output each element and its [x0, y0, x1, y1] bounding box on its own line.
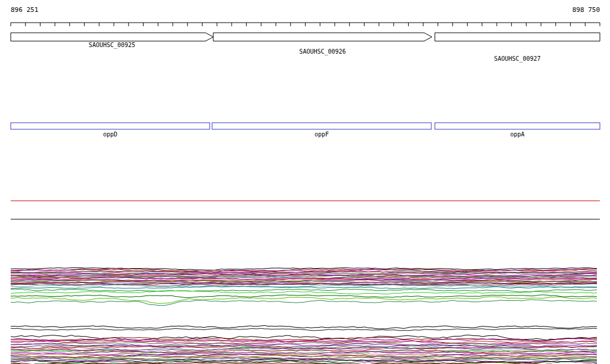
signal-series [11, 337, 597, 341]
genome-browser-view: 896 251 898 750 SAOUHSC_00925SAOUHSC_009… [0, 0, 610, 364]
annotation-box[interactable] [11, 123, 210, 129]
annotation-box[interactable] [435, 123, 600, 129]
gene-arrow[interactable] [213, 33, 432, 41]
signal-series [11, 328, 597, 331]
gene-arrow[interactable] [435, 33, 600, 41]
gene-label: SAOUHSC_00927 [494, 55, 540, 62]
gene-label: SAOUHSC_00926 [299, 48, 346, 55]
signal-series [11, 291, 597, 294]
annotation-box[interactable] [212, 123, 431, 129]
annotation-label: oppA [510, 131, 524, 138]
annotation-label: oppF [315, 131, 329, 138]
signal-series [11, 300, 597, 306]
annotation-label: oppD [103, 131, 117, 138]
gene-arrow[interactable] [11, 33, 213, 41]
signal-series [11, 289, 597, 292]
gene-label: SAOUHSC_00925 [89, 42, 135, 48]
